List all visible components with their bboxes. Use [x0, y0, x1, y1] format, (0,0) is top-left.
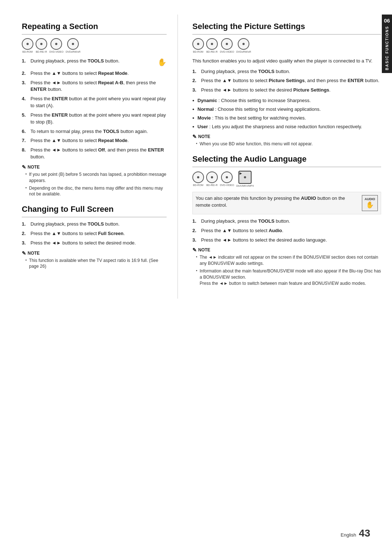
- fs-step-content-1: During playback, press the TOOLS button.: [30, 221, 167, 228]
- two-col-layout: Repeating a Section BD-ROM BD-RE/-R DVD-…: [0, 15, 392, 299]
- repeating-note: ✎ NOTE If you set point (B) before 5 sec…: [22, 164, 167, 197]
- enter-bold-4: ENTER: [148, 147, 164, 153]
- disc-label-dvdrw: DVD±RW/±R: [66, 50, 81, 53]
- pic-step-content-3: Press the ◄► buttons to select the desir…: [201, 87, 381, 94]
- disc-icon-bdrer: BD-RE/-R: [36, 38, 47, 53]
- step-num-1: 1.: [22, 58, 29, 68]
- step-content-5: Press the ENTER button at the point wher…: [30, 112, 167, 126]
- disc-label-bdrer: BD-RE/-R: [36, 50, 47, 53]
- audio-intro-box: You can also operate this function by pr…: [192, 192, 381, 214]
- picture-bullets: Dynamic : Choose this setting to increas…: [192, 97, 381, 130]
- audio-disc-dvdvideo: DVD-VIDEO: [220, 171, 234, 187]
- tools-bold-r1: TOOLS: [258, 69, 275, 74]
- audio-step-content-1: During playback, press the TOOLS button.: [201, 218, 381, 225]
- repeating-steps: 1. During playback, press the TOOLS butt…: [22, 58, 167, 161]
- step-num-6: 6.: [22, 128, 29, 135]
- note-label-2: NOTE: [28, 251, 40, 256]
- pic-step-num-3: 3.: [192, 87, 200, 94]
- user-label: User: [197, 124, 208, 129]
- enter-bold-3: ENTER: [52, 112, 68, 118]
- step-4: 4. Press the ENTER button at the point w…: [22, 96, 167, 109]
- pic-step-1: 1. During playback, press the TOOLS butt…: [192, 68, 381, 75]
- disc-circle-bdrom: [22, 38, 33, 50]
- page-footer: English 43: [341, 527, 370, 539]
- step-content-1: During playback, press the TOOLS button.…: [30, 58, 167, 68]
- note-title-1: ✎ NOTE: [22, 164, 167, 170]
- note-list-r1: When you use BD wise function, this menu…: [192, 141, 381, 147]
- page-container: Repeating a Section BD-ROM BD-RE/-R DVD-…: [0, 0, 392, 550]
- section-label: Basic Functions: [385, 26, 389, 70]
- tools-bold-2: TOOLS: [103, 129, 119, 134]
- fs-step-1: 1. During playback, press the TOOLS butt…: [22, 221, 167, 228]
- audio-disc-divx: ▶ DivX/MKV/MP4: [236, 171, 254, 187]
- audio-disc-circle-bdrer: [206, 171, 218, 183]
- picture-settings-title: Selecting the Picture Settings: [192, 22, 381, 35]
- step-1: 1. During playback, press the TOOLS butt…: [22, 58, 167, 68]
- pic-step-num-2: 2.: [192, 77, 200, 84]
- right-column: Selecting the Picture Settings BD-ROM BD…: [178, 15, 392, 299]
- audio-disc-circle-divx: ▶: [238, 171, 252, 184]
- repeat-mode-bold: Repeat Mode: [98, 70, 127, 76]
- pic-disc-label-dvdvideo: DVD-VIDEO: [220, 50, 234, 53]
- step-7: 7. Press the ▲▼ buttons to select Repeat…: [22, 137, 167, 144]
- pencil-icon-r1: ✎: [192, 134, 197, 139]
- pic-disc-label-bdrom: BD-ROM: [193, 50, 203, 53]
- bullet-dynamic: Dynamic : Choose this setting to increas…: [192, 97, 381, 104]
- note-item-r1-1: When you use BD wise function, this menu…: [196, 141, 381, 147]
- audio-disc-label-divx: DivX/MKV/MP4: [236, 185, 254, 187]
- step-num-4: 4.: [22, 96, 29, 109]
- picture-steps: 1. During playback, press the TOOLS butt…: [192, 68, 381, 94]
- fullscreen-steps: 1. During playback, press the TOOLS butt…: [22, 221, 167, 247]
- fs-step-num-3: 3.: [22, 240, 29, 247]
- note-list-1: If you set point (B) before 5 seconds ha…: [22, 171, 167, 197]
- audio-language-title: Selecting the Audio Language: [192, 154, 381, 167]
- disc-circle-dvdrw: [67, 38, 79, 50]
- step-content-3: Press the ◄► buttons to select Repeat A-…: [30, 80, 167, 93]
- step-num-7: 7.: [22, 137, 29, 144]
- note-item-r2-2: Information about the main feature/BONUS…: [196, 268, 381, 286]
- audio-step-content-3: Press the ◄► buttons to select the desir…: [201, 237, 381, 244]
- pic-disc-circle-bdrom: [192, 38, 204, 50]
- pic-disc-bdrer: BD-RE/-R: [206, 38, 218, 53]
- note-item-1-2: Depending on the disc, the menu items ma…: [25, 185, 167, 198]
- repeat-mode-bold-2: Repeat Mode: [98, 138, 127, 143]
- step-content-4: Press the ENTER button at the point wher…: [30, 96, 167, 109]
- repeating-title: Repeating a Section: [22, 22, 167, 35]
- repeating-section: Repeating a Section BD-ROM BD-RE/-R DVD-…: [22, 22, 167, 197]
- picture-disc-icons: BD-ROM BD-RE/-R DVD-VIDEO DVD±RW/±R: [192, 38, 381, 53]
- audio-step-3: 3. Press the ◄► buttons to select the de…: [192, 237, 381, 244]
- footer-language: English: [341, 532, 356, 538]
- audio-step-1: 1. During playback, press the TOOLS butt…: [192, 218, 381, 225]
- picture-note: ✎ NOTE When you use BD wise function, th…: [192, 134, 381, 147]
- disc-label-dvdvideo: DVD-VIDEO: [49, 50, 64, 53]
- audio-note: ✎ NOTE The ◄► indicator will not appear …: [192, 247, 381, 286]
- note-title-r1: ✎ NOTE: [192, 134, 381, 139]
- pencil-icon-r2: ✎: [192, 247, 197, 253]
- footer-page-number: 43: [359, 527, 370, 539]
- section-tab: 06 Basic Functions: [382, 15, 392, 73]
- step-num-2: 2.: [22, 70, 29, 77]
- audio-disc-label-dvdvideo: DVD-VIDEO: [220, 184, 234, 187]
- enter-bold-r1: ENTER: [348, 78, 364, 83]
- pic-disc-dvdvideo: DVD-VIDEO: [220, 38, 234, 53]
- pencil-icon-2: ✎: [22, 250, 26, 256]
- note-label-1: NOTE: [28, 165, 40, 170]
- fullscreen-note: ✎ NOTE This function is available when t…: [22, 250, 167, 270]
- step-5: 5. Press the ENTER button at the point w…: [22, 112, 167, 126]
- left-column: Repeating a Section BD-ROM BD-RE/-R DVD-…: [0, 15, 178, 299]
- hand-icon: ✋: [366, 201, 374, 209]
- note-title-r2: ✎ NOTE: [192, 247, 381, 253]
- pic-step-3: 3. Press the ◄► buttons to select the de…: [192, 87, 381, 94]
- disc-circle-dvdvideo: [50, 38, 62, 50]
- pic-disc-dvdrw: DVD±RW/±R: [236, 38, 251, 53]
- step-num-8: 8.: [22, 147, 29, 161]
- enter-bold-1: ENTER: [30, 86, 46, 92]
- note-title-2: ✎ NOTE: [22, 250, 167, 256]
- fs-step-3: 3. Press the ◄► buttons to select the de…: [22, 240, 167, 247]
- repeat-ab-bold: Repeat A-B: [98, 80, 123, 85]
- pic-step-content-1: During playback, press the TOOLS button.: [201, 68, 381, 75]
- dynamic-label: Dynamic: [197, 98, 217, 103]
- picture-settings-section: Selecting the Picture Settings BD-ROM BD…: [192, 22, 381, 147]
- step-num-3: 3.: [22, 80, 29, 93]
- audio-intro-text: You can also operate this function by pr…: [196, 195, 358, 209]
